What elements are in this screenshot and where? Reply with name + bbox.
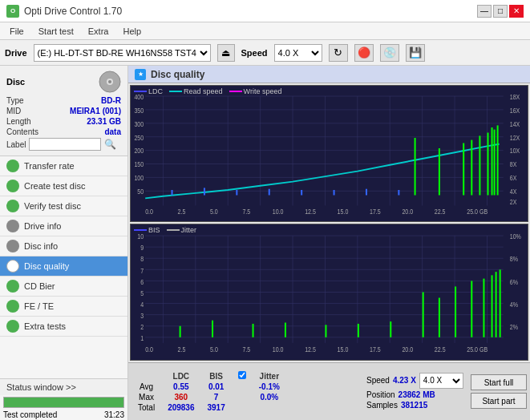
- drive-info-label: Drive info: [24, 221, 61, 231]
- svg-text:25.0 GB: 25.0 GB: [467, 208, 488, 216]
- svg-text:0.0: 0.0: [145, 208, 153, 216]
- svg-text:7.5: 7.5: [242, 345, 250, 353]
- svg-rect-116: [180, 326, 181, 337]
- menu-file[interactable]: File: [3, 25, 30, 38]
- svg-point-2: [108, 80, 111, 83]
- disc-length-label: Length: [6, 117, 31, 126]
- disc-label-label: Label: [6, 140, 26, 149]
- bis-label: BIS: [148, 226, 160, 234]
- disc-label-icon[interactable]: 🔍: [104, 139, 116, 150]
- sidebar-item-fe-te[interactable]: FE / TE: [0, 297, 127, 317]
- menu-extra[interactable]: Extra: [82, 25, 115, 38]
- svg-text:10X: 10X: [510, 147, 520, 155]
- svg-text:22.5: 22.5: [435, 208, 446, 216]
- svg-rect-130: [500, 269, 501, 337]
- svg-text:3: 3: [140, 311, 144, 320]
- drive-select[interactable]: (E:) HL-DT-ST BD-RE WH16NS58 TST4: [34, 44, 211, 62]
- disc-quality-header: ★ Disc quality: [128, 66, 530, 83]
- sidebar-item-disc-quality[interactable]: Disc quality: [0, 256, 127, 277]
- svg-rect-66: [494, 130, 496, 196]
- start-part-button[interactable]: Start part: [471, 393, 527, 409]
- toolbar-btn-3[interactable]: 💿: [380, 44, 399, 62]
- svg-text:4X: 4X: [510, 188, 517, 196]
- speed-label: Speed: [366, 376, 390, 385]
- svg-text:4: 4: [140, 300, 144, 309]
- sidebar-item-verify-test-disc[interactable]: Verify test disc: [0, 196, 127, 216]
- svg-text:6: 6: [140, 277, 144, 285]
- jitter-legend-item: Jitter: [167, 226, 197, 234]
- svg-text:150: 150: [134, 161, 144, 169]
- svg-text:15.0: 15.0: [338, 345, 349, 353]
- speed-select[interactable]: 4.0 X: [274, 44, 322, 62]
- sidebar-item-drive-info[interactable]: Drive info: [0, 216, 127, 236]
- svg-text:10%: 10%: [510, 232, 521, 240]
- menu-start-test[interactable]: Start test: [32, 25, 80, 38]
- maximize-button[interactable]: □: [493, 5, 508, 18]
- svg-rect-54: [269, 189, 270, 196]
- svg-text:4%: 4%: [510, 300, 519, 309]
- sidebar-item-cd-bier[interactable]: CD Bier: [0, 277, 127, 297]
- svg-rect-67: [497, 125, 499, 195]
- svg-text:17.5: 17.5: [370, 208, 381, 216]
- fe-te-label: FE / TE: [24, 301, 54, 311]
- minimize-button[interactable]: —: [477, 5, 492, 18]
- max-label: Max: [131, 392, 161, 402]
- status-time: 31:23: [104, 410, 124, 419]
- toolbar-btn-1[interactable]: ↻: [329, 44, 348, 62]
- disc-quality-title: Disc quality: [151, 69, 204, 80]
- verify-test-disc-label: Verify test disc: [24, 201, 81, 211]
- toolbar-btn-2[interactable]: 🔴: [354, 44, 374, 62]
- svg-text:8X: 8X: [510, 161, 517, 169]
- disc-type-value: BD-R: [101, 96, 121, 105]
- svg-text:5: 5: [140, 289, 144, 297]
- start-full-button[interactable]: Start full: [471, 374, 527, 390]
- sidebar-item-create-test-disc[interactable]: Create test disc: [0, 176, 127, 196]
- samples-value: 381215: [401, 401, 427, 410]
- transfer-rate-label: Transfer rate: [24, 161, 75, 171]
- svg-text:300: 300: [134, 120, 144, 128]
- disc-label-input[interactable]: [29, 138, 101, 151]
- disc-contents-value: data: [104, 127, 121, 136]
- disc-quality-icon: [6, 260, 19, 273]
- status-window-button[interactable]: Status window >>: [0, 378, 127, 395]
- svg-rect-129: [496, 272, 497, 337]
- svg-text:250: 250: [134, 134, 144, 142]
- jitter-checkbox[interactable]: [238, 371, 246, 379]
- drivebar: Drive (E:) HL-DT-ST BD-RE WH16NS58 TST4 …: [0, 40, 530, 66]
- ldc-total: 209836: [161, 402, 200, 413]
- sidebar-item-extra-tests[interactable]: Extra tests: [0, 317, 127, 337]
- svg-rect-61: [463, 143, 464, 196]
- eject-button[interactable]: ⏏: [217, 44, 235, 62]
- menu-help[interactable]: Help: [116, 25, 148, 38]
- svg-rect-58: [398, 190, 399, 196]
- svg-rect-65: [492, 127, 493, 196]
- extra-tests-icon: [6, 320, 19, 333]
- close-button[interactable]: ✕: [509, 5, 524, 18]
- svg-text:12.5: 12.5: [305, 208, 316, 216]
- svg-text:18X: 18X: [510, 93, 520, 101]
- sidebar-item-transfer-rate[interactable]: Transfer rate: [0, 156, 127, 176]
- svg-rect-57: [366, 189, 367, 196]
- svg-rect-125: [455, 286, 456, 337]
- disc-type-label: Type: [6, 96, 24, 105]
- total-label: Total: [131, 402, 161, 413]
- speed-dropdown[interactable]: 4.0 X: [419, 373, 463, 389]
- svg-text:12X: 12X: [510, 134, 520, 142]
- svg-rect-122: [390, 321, 391, 337]
- sidebar-item-disc-info[interactable]: Disc info: [0, 236, 127, 256]
- svg-text:2%: 2%: [510, 322, 519, 331]
- svg-text:17.5: 17.5: [370, 345, 381, 353]
- ldc-header: LDC: [161, 370, 200, 382]
- svg-rect-51: [172, 190, 173, 196]
- chart2-svg: 10 9 8 7 6 5 4 3 2 1 0.0 2.5 5.0 7.5 10.…: [131, 224, 528, 360]
- cd-bier-icon: [6, 280, 19, 293]
- stats-bar: LDC BIS Jitter Avg 0.55 0.01 -0.1%: [128, 362, 530, 420]
- ldc-label: LDC: [148, 87, 163, 95]
- svg-rect-119: [285, 323, 286, 337]
- svg-text:10.0: 10.0: [273, 345, 284, 353]
- toolbar-btn-4[interactable]: 💾: [406, 44, 425, 62]
- verify-test-disc-icon: [6, 200, 19, 212]
- create-test-disc-label: Create test disc: [24, 181, 85, 191]
- bis-chart: BIS Jitter: [130, 224, 528, 361]
- app-title: Opti Drive Control 1.70: [24, 6, 122, 17]
